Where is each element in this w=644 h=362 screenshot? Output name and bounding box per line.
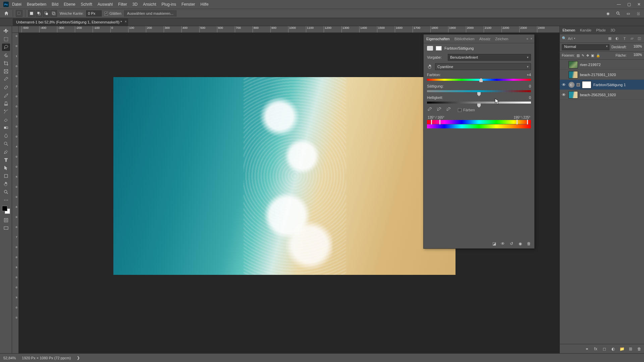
filter-pixel-icon[interactable]: ▦ [607, 36, 612, 41]
menu-image[interactable]: Bild [52, 2, 58, 7]
colorize-checkbox[interactable] [458, 108, 462, 112]
lightness-value[interactable]: 0 [529, 96, 531, 100]
healing-tool-icon[interactable] [2, 84, 10, 91]
menu-plugins[interactable]: Plug-ins [162, 2, 176, 7]
tab-paths[interactable]: Pfade [596, 28, 606, 32]
toggle-visibility-icon[interactable]: ◉ [518, 241, 523, 246]
close-icon[interactable]: × [125, 20, 127, 23]
home-icon[interactable] [3, 10, 10, 17]
quickmask-icon[interactable] [2, 217, 10, 224]
antialias-checkbox[interactable] [104, 12, 108, 15]
view-previous-icon[interactable]: 👁 [500, 241, 505, 246]
window-maximize[interactable]: ▢ [624, 0, 634, 9]
brush-tool-icon[interactable] [2, 92, 10, 99]
cloud-docs-icon[interactable]: ◉ [605, 10, 611, 16]
mask-thumb-icon[interactable] [436, 46, 442, 51]
lasso-tool-icon[interactable] [2, 44, 10, 51]
layer-filter-label[interactable]: Art [568, 37, 573, 41]
eraser-tool-icon[interactable] [2, 116, 10, 123]
opacity-value[interactable]: 100% [629, 45, 642, 50]
eyedropper-icon[interactable] [427, 107, 433, 113]
lock-position-icon[interactable]: ✥ [586, 54, 589, 57]
selection-add-icon[interactable] [36, 10, 42, 17]
shape-tool-icon[interactable] [2, 172, 10, 180]
color-swatch[interactable] [2, 206, 10, 214]
layer-mask-icon[interactable]: ◻ [602, 346, 607, 352]
layer-thumb[interactable] [569, 71, 578, 78]
saturation-slider[interactable] [427, 89, 531, 94]
color-range-strip-bottom[interactable] [427, 124, 531, 128]
crop-tool-icon[interactable] [2, 60, 10, 67]
move-tool-icon[interactable] [2, 27, 10, 35]
filter-type-icon[interactable]: T [622, 36, 627, 41]
layer-row[interactable]: beach-2179361_1920 [560, 70, 644, 80]
share-icon[interactable]: ⍐ [635, 10, 641, 16]
eyedropper-tool-icon[interactable] [2, 76, 10, 83]
tool-preset-icon[interactable] [16, 10, 22, 17]
preset-select[interactable]: Benutzerdefiniert [448, 54, 531, 61]
layer-fx-icon[interactable]: fx [593, 346, 598, 352]
tab-3d[interactable]: 3D [610, 28, 615, 32]
document-dimensions[interactable]: 1920 Px × 1080 Px (72 ppcm) [22, 356, 71, 360]
selection-intersect-icon[interactable] [50, 10, 57, 17]
menu-view[interactable]: Ansicht [143, 2, 156, 7]
zoom-level[interactable]: 52,84% [3, 356, 16, 360]
close-panel-icon[interactable]: × [530, 37, 532, 41]
layer-name[interactable]: beach-2179361_1920 [580, 73, 616, 77]
menu-type[interactable]: Schrift [81, 2, 92, 7]
tab-paragraph[interactable]: Absatz [479, 37, 491, 41]
dodge-tool-icon[interactable] [2, 140, 10, 147]
lightness-slider[interactable] [427, 100, 531, 105]
adjustment-layer-icon[interactable]: ◐ [610, 346, 616, 352]
marquee-tool-icon[interactable] [2, 36, 10, 43]
hue-value[interactable]: +4 [527, 73, 531, 77]
selection-subtract-icon[interactable] [43, 10, 50, 17]
color-range-strip-top[interactable] [427, 120, 531, 124]
quick-select-tool-icon[interactable] [2, 52, 10, 59]
path-select-tool-icon[interactable] [2, 164, 10, 172]
eyedropper-add-icon[interactable]: + [436, 107, 442, 113]
document-tab[interactable]: Unbenannt-1 bei 52,8% (Farbton/Sättigung… [13, 18, 128, 26]
lock-artboard-icon[interactable]: ▣ [591, 54, 594, 57]
pen-tool-icon[interactable] [2, 148, 10, 156]
type-tool-icon[interactable] [2, 156, 10, 164]
screenmode-icon[interactable] [2, 225, 10, 232]
tab-character[interactable]: Zeichen [495, 37, 508, 41]
scrubby-hand-icon[interactable] [427, 64, 433, 70]
selection-new-icon[interactable] [28, 10, 35, 17]
channel-select[interactable]: Cyantöne [435, 63, 531, 70]
window-close[interactable]: ✕ [634, 0, 644, 9]
blur-tool-icon[interactable] [2, 132, 10, 139]
status-chevron-icon[interactable]: ❯ [77, 356, 80, 360]
menu-file[interactable]: Datei [12, 2, 21, 7]
menu-help[interactable]: Hilfe [201, 2, 209, 7]
menu-filter[interactable]: Filter [118, 2, 127, 7]
hand-tool-icon[interactable] [2, 180, 10, 188]
collapse-panel-icon[interactable]: « [527, 37, 529, 41]
reset-icon[interactable]: ↺ [509, 241, 514, 246]
gradient-tool-icon[interactable] [2, 124, 10, 131]
frame-tool-icon[interactable] [2, 68, 10, 75]
visibility-icon[interactable]: 👁 [562, 82, 567, 87]
visibility-icon[interactable]: 👁 [562, 93, 567, 97]
tab-layers[interactable]: Ebenen [562, 28, 575, 32]
window-minimize[interactable]: — [614, 0, 624, 9]
layer-name[interactable]: beach-2562563_1920 [580, 93, 616, 97]
filter-shape-icon[interactable]: ▱ [629, 36, 635, 41]
menu-edit[interactable]: Bearbeiten [27, 2, 46, 7]
delete-adjustment-icon[interactable]: 🗑 [526, 241, 532, 246]
ruler-horizontal[interactable]: -500-400-300-200-10001002003004005006007… [19, 26, 559, 33]
layer-row[interactable]: 👁◐Farbton/Sättigung 1 [560, 80, 644, 90]
workspace-icon[interactable]: ▭ [625, 10, 631, 16]
fill-value[interactable]: 100% [629, 53, 642, 58]
tab-properties[interactable]: Eigenschaften [426, 37, 450, 41]
layer-thumb[interactable] [569, 91, 578, 99]
link-icon[interactable] [577, 83, 580, 86]
tab-channels[interactable]: Kanäle [580, 28, 591, 32]
filter-adjust-icon[interactable]: ◐ [614, 36, 620, 41]
eyedropper-subtract-icon[interactable]: − [446, 107, 452, 113]
saturation-value[interactable]: 0 [529, 84, 531, 88]
search-icon[interactable] [615, 10, 621, 16]
history-brush-tool-icon[interactable] [2, 108, 10, 115]
feather-input[interactable] [86, 10, 102, 16]
